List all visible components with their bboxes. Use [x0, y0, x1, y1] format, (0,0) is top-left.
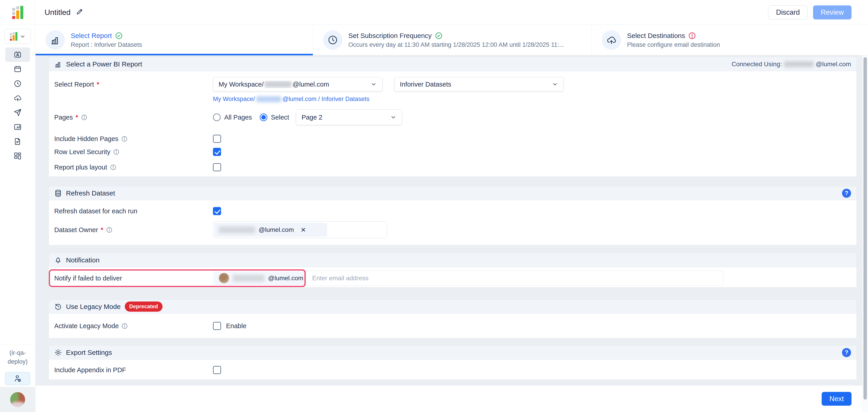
bar-chart-icon [50, 35, 60, 45]
help-icon[interactable]: ? [842, 189, 851, 198]
dataset-owner-input[interactable]: @lumel.com ✕ [213, 221, 387, 238]
info-icon[interactable] [121, 323, 128, 329]
select-report-label: Select Report [54, 81, 94, 88]
account-settings-button[interactable] [5, 372, 30, 385]
notify-recipient-input[interactable]: @lumel.com ✕ [213, 270, 303, 286]
section-title: Select a Power BI Report [66, 60, 142, 68]
legacy-mode-panel: Use Legacy Mode Deprecated Activate Lega… [49, 299, 857, 338]
workspace-dropdown-domain: @lumel.com [292, 81, 329, 88]
help-icon[interactable]: ? [842, 348, 851, 357]
row-level-security-checkbox[interactable] [213, 148, 221, 156]
report-dropdown[interactable]: Inforiver Datasets [394, 77, 564, 92]
info-icon[interactable] [106, 227, 113, 233]
notify-failed-label: Notify if failed to deliver [54, 275, 122, 282]
remove-chip-icon[interactable]: ✕ [301, 226, 306, 234]
refresh-each-run-label: Refresh dataset for each run [54, 208, 137, 215]
sidebar-item-delivery[interactable] [5, 105, 30, 120]
alert-circle-icon [688, 32, 696, 39]
edit-title-icon[interactable] [76, 8, 84, 17]
grid-icon [13, 152, 22, 160]
connected-using-label: Connected Using: [732, 61, 782, 68]
info-icon[interactable] [110, 164, 116, 171]
next-button[interactable]: Next [822, 392, 851, 406]
select-pages-label: Select [271, 114, 289, 121]
top-bar: Untitled Discard Review [0, 0, 868, 25]
include-hidden-pages-label: Include Hidden Pages [54, 135, 119, 142]
refresh-dataset-panel: Refresh Dataset ? Refresh dataset for ea… [49, 186, 857, 245]
redacted-username [256, 96, 281, 102]
report-plus-layout-label: Report plus layout [54, 164, 107, 171]
include-hidden-pages-checkbox[interactable] [213, 135, 221, 143]
required-marker: * [97, 81, 99, 88]
include-appendix-checkbox[interactable] [213, 366, 221, 374]
bar-chart-icon [54, 60, 62, 68]
row-level-security-label: Row Level Security [54, 148, 110, 156]
sidebar-item-history[interactable] [5, 76, 30, 91]
sidebar-item-calendar[interactable] [5, 62, 30, 76]
required-marker: * [101, 226, 103, 234]
page-dropdown[interactable]: Page 2 [296, 109, 402, 125]
dataset-owner-chip: @lumel.com ✕ [214, 223, 327, 237]
history-icon [54, 303, 62, 311]
review-button[interactable]: Review [813, 5, 851, 20]
chip-domain: @lumel.com [268, 275, 303, 282]
avatar-strip [0, 387, 35, 412]
discard-button[interactable]: Discard [768, 5, 808, 20]
pages-label: Pages [54, 114, 73, 121]
page-dropdown-value: Page 2 [302, 114, 322, 121]
all-pages-label: All Pages [224, 114, 252, 121]
notification-panel: Notification Notify if failed to deliver… [49, 253, 857, 287]
select-pages-radio[interactable] [260, 114, 268, 121]
step-select-report[interactable]: Select Report Report : Inforiver Dataset… [35, 25, 313, 55]
info-icon[interactable] [121, 136, 128, 142]
stepper: Select Report Report : Inforiver Dataset… [35, 25, 868, 55]
inforiver-logo-icon [12, 6, 23, 19]
document-icon [13, 137, 22, 146]
report-plus-layout-checkbox[interactable] [213, 163, 221, 171]
notify-recipient-chip: @lumel.com ✕ [214, 271, 320, 285]
step-select-destinations[interactable]: Select Destinations Please configure ema… [592, 25, 868, 55]
main-content: Select a Power BI Report Connected Using… [35, 55, 868, 412]
workspace-switcher-button[interactable] [4, 29, 31, 44]
recipient-avatar [219, 273, 229, 283]
info-icon[interactable] [81, 114, 88, 121]
scrollbar-thumb[interactable] [864, 57, 867, 400]
all-pages-radio[interactable] [213, 114, 221, 121]
info-icon[interactable] [113, 149, 120, 155]
sidebar-divider [0, 345, 35, 345]
gear-icon [54, 349, 62, 356]
required-marker: * [75, 114, 78, 121]
sidebar-item-subscriptions[interactable] [5, 47, 30, 62]
step-title: Select Report [71, 32, 112, 39]
enable-label: Enable [226, 322, 246, 330]
report-dropdown-value: Inforiver Datasets [400, 81, 451, 88]
notify-email-input[interactable] [306, 271, 723, 286]
chevron-down-icon [20, 33, 26, 39]
check-circle-icon [115, 32, 123, 39]
step-title: Set Subscription Frequency [348, 32, 432, 39]
step-subtitle: Please configure email destination [627, 41, 720, 49]
sidebar-item-dashboard[interactable] [5, 149, 30, 163]
report-breadcrumb-link[interactable]: My Workspace/ @lumel.com / Inforiver Dat… [213, 96, 369, 103]
redacted-username [265, 81, 291, 88]
include-appendix-label: Include Appendix in PDF [54, 366, 126, 374]
section-title: Export Settings [66, 349, 112, 356]
workspace-dropdown[interactable]: My Workspace/ @lumel.com [213, 77, 382, 92]
refresh-each-run-checkbox[interactable] [213, 207, 221, 215]
enable-legacy-checkbox[interactable] [213, 322, 221, 330]
check-circle-icon [435, 32, 442, 39]
redacted-username [233, 275, 265, 282]
step-subtitle: Occurs every day at 11:30 AM starting 1/… [348, 41, 564, 49]
sidebar-item-reports[interactable] [5, 120, 30, 134]
dataset-owner-label: Dataset Owner [54, 226, 98, 234]
redacted-username [219, 226, 255, 233]
sidebar-item-documents[interactable] [5, 134, 30, 149]
bell-icon [54, 256, 62, 264]
database-icon [54, 189, 62, 197]
user-avatar[interactable] [10, 392, 25, 407]
wizard-footer: Next [35, 385, 868, 412]
chip-domain: @lumel.com [258, 226, 294, 233]
step-set-frequency[interactable]: Set Subscription Frequency Occurs every … [313, 25, 592, 55]
sidebar-item-uploads[interactable] [5, 91, 30, 105]
user-gear-icon [13, 374, 22, 383]
